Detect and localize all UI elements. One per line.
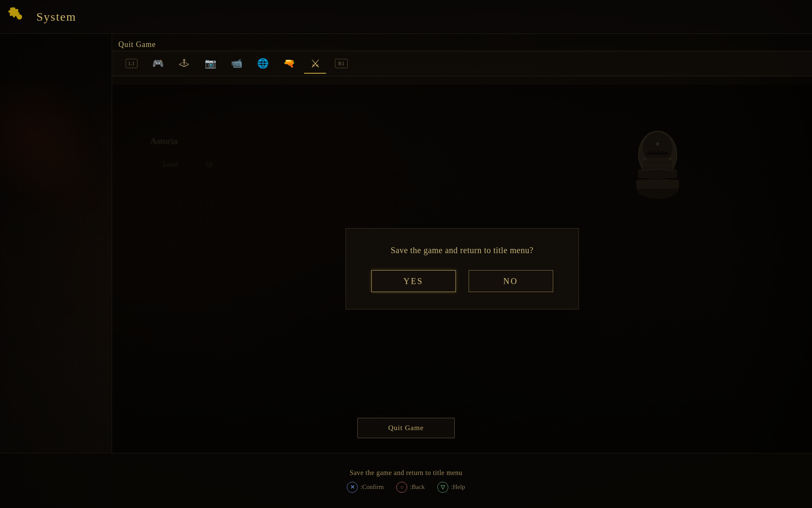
back-hint-group: ○ :Back (396, 482, 425, 493)
hint-button-row: ✕ :Confirm ○ :Back ▽ :Help (347, 482, 465, 493)
display-icon: 📹 (231, 58, 242, 69)
confirm-hint-label: :Confirm (360, 483, 384, 491)
tab-display[interactable]: 📹 (225, 54, 247, 73)
r1-label: R1 (335, 59, 347, 68)
tri-symbol: ▽ (441, 484, 445, 491)
left-panel (0, 34, 112, 453)
tab-network[interactable]: 🌐 (252, 54, 274, 73)
hint-description: Save the game and return to title menu (350, 469, 462, 477)
tab-l1[interactable]: L1 (121, 54, 143, 73)
camera-icon: 📷 (205, 58, 216, 69)
audio-icon: 🔫 (283, 58, 295, 69)
system-icon: ⚔ (310, 57, 320, 70)
tab-system-active[interactable]: ⚔ (304, 54, 326, 73)
dialog-box: Save the game and return to title menu? … (346, 228, 579, 309)
dialog-message: Save the game and return to title menu? (371, 246, 553, 255)
bottom-hint-bar: Save the game and return to title menu ✕… (0, 453, 812, 508)
l1-label: L1 (126, 59, 137, 68)
o-symbol: ○ (400, 484, 403, 491)
dialog-overlay: Save the game and return to title menu? … (112, 85, 812, 453)
o-button-icon: ○ (396, 482, 407, 493)
back-hint-label: :Back (410, 483, 425, 491)
left-decoration (0, 85, 106, 212)
yes-button[interactable]: YES (371, 270, 456, 292)
tab-audio[interactable]: 🔫 (278, 54, 300, 73)
header-title: System (36, 10, 76, 24)
tab-bar: L1 🎮 🕹 📷 📹 🌐 🔫 ⚔ R1 (112, 51, 812, 76)
gamepad-icon: 🕹 (179, 58, 189, 69)
no-button[interactable]: NO (469, 270, 553, 292)
x-symbol: ✕ (350, 484, 355, 491)
header-bar: System (0, 0, 812, 34)
quit-game-button-area: Quit Game (357, 418, 455, 438)
confirm-hint-group: ✕ :Confirm (347, 482, 384, 493)
triangle-button-icon: ▽ (437, 482, 448, 493)
tab-gamepad[interactable]: 🕹 (173, 54, 195, 73)
network-icon: 🌐 (257, 58, 269, 69)
gear-icon (8, 6, 30, 28)
tab-controller[interactable]: 🎮 (147, 54, 169, 73)
quit-game-button[interactable]: Quit Game (357, 418, 455, 438)
help-hint-group: ▽ :Help (437, 482, 465, 493)
tab-r1[interactable]: R1 (330, 54, 352, 73)
help-hint-label: :Help (451, 483, 465, 491)
x-button-icon: ✕ (347, 482, 358, 493)
svg-point-0 (17, 14, 22, 19)
quit-game-section-label: Quit Game (118, 40, 156, 49)
dialog-buttons: YES NO (371, 270, 553, 292)
controller-icon: 🎮 (152, 58, 164, 69)
tab-camera[interactable]: 📷 (199, 54, 221, 73)
